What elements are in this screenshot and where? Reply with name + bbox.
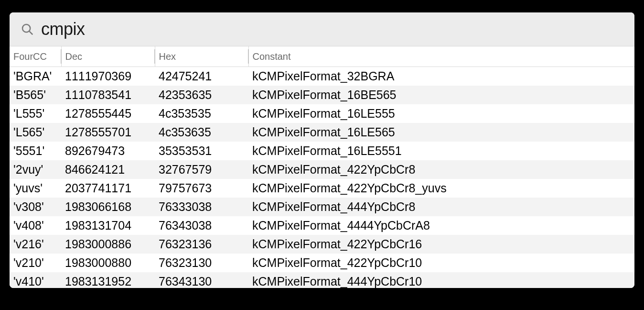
cell-hex: 42475241	[155, 67, 248, 86]
column-header-label: Dec	[65, 51, 83, 62]
table-row[interactable]: 'v410'198313195276343130kCMPixelFormat_4…	[10, 272, 634, 288]
column-header-hex[interactable]: Hex	[155, 46, 248, 67]
table-row[interactable]: 'B565'111078354142353635kCMPixelFormat_1…	[10, 86, 634, 104]
cell-dec: 1983131952	[61, 272, 155, 288]
table-row[interactable]: 'v210'198300088076323130kCMPixelFormat_4…	[10, 254, 634, 272]
cell-constant: kCMPixelFormat_16BE565	[248, 86, 634, 104]
svg-line-1	[29, 31, 32, 34]
cell-dec: 1983000886	[61, 235, 155, 254]
cell-dec: 1110783541	[61, 86, 155, 104]
cell-fourcc: 'B565'	[10, 86, 61, 104]
column-header-constant[interactable]: Constant	[248, 46, 634, 67]
cell-fourcc: 'L565'	[10, 123, 61, 142]
cell-fourcc: 'v216'	[10, 235, 61, 254]
table-header-row: FourCC Dec Hex Constant	[10, 46, 634, 67]
cell-constant: kCMPixelFormat_16LE5551	[248, 142, 634, 160]
cell-constant: kCMPixelFormat_16LE565	[248, 123, 634, 142]
results-table: FourCC Dec Hex Constant	[10, 46, 634, 288]
cell-hex: 76323130	[155, 254, 248, 272]
cell-constant: kCMPixelFormat_422YpCbCr8	[248, 160, 634, 179]
cell-dec: 892679473	[61, 142, 155, 160]
table-row[interactable]: 'BGRA'111197036942475241kCMPixelFormat_3…	[10, 67, 634, 86]
cell-fourcc: 'v410'	[10, 272, 61, 288]
cell-dec: 1983000880	[61, 254, 155, 272]
cell-fourcc: 'v210'	[10, 254, 61, 272]
search-icon	[20, 22, 34, 36]
svg-point-0	[22, 24, 30, 32]
cell-constant: kCMPixelFormat_32BGRA	[248, 67, 634, 86]
cell-dec: 1983066168	[61, 198, 155, 216]
table-row[interactable]: 'v408'198313170476343038kCMPixelFormat_4…	[10, 216, 634, 235]
column-header-fourcc[interactable]: FourCC	[10, 46, 61, 67]
table-row[interactable]: 'v308'198306616876333038kCMPixelFormat_4…	[10, 198, 634, 216]
cell-dec: 1111970369	[61, 67, 155, 86]
cell-hex: 42353635	[155, 86, 248, 104]
cell-dec: 1278555445	[61, 104, 155, 123]
table-row[interactable]: 'L565'12785557014c353635kCMPixelFormat_1…	[10, 123, 634, 142]
cell-fourcc: '5551'	[10, 142, 61, 160]
column-header-label: Hex	[159, 51, 176, 62]
search-bar	[10, 12, 634, 46]
window: FourCC Dec Hex Constant	[10, 12, 634, 288]
cell-constant: kCMPixelFormat_4444YpCbCrA8	[248, 216, 634, 235]
cell-dec: 2037741171	[61, 179, 155, 198]
table-row[interactable]: '2vuy'84662412132767579kCMPixelFormat_42…	[10, 160, 634, 179]
column-header-label: Constant	[253, 51, 291, 62]
cell-hex: 79757673	[155, 179, 248, 198]
cell-constant: kCMPixelFormat_422YpCbCr10	[248, 254, 634, 272]
cell-fourcc: 'v408'	[10, 216, 61, 235]
table-row[interactable]: '5551'89267947335353531kCMPixelFormat_16…	[10, 142, 634, 160]
cell-hex: 4c353535	[155, 104, 248, 123]
table-row[interactable]: 'v216'198300088676323136kCMPixelFormat_4…	[10, 235, 634, 254]
cell-fourcc: 'v308'	[10, 198, 61, 216]
cell-fourcc: '2vuy'	[10, 160, 61, 179]
column-header-label: FourCC	[13, 51, 47, 62]
cell-hex: 4c353635	[155, 123, 248, 142]
cell-constant: kCMPixelFormat_444YpCbCr10	[248, 272, 634, 288]
cell-constant: kCMPixelFormat_422YpCbCr16	[248, 235, 634, 254]
cell-hex: 76323136	[155, 235, 248, 254]
cell-hex: 76343038	[155, 216, 248, 235]
cell-hex: 35353531	[155, 142, 248, 160]
cell-dec: 1278555701	[61, 123, 155, 142]
cell-hex: 76343130	[155, 272, 248, 288]
cell-hex: 32767579	[155, 160, 248, 179]
cell-constant: kCMPixelFormat_16LE555	[248, 104, 634, 123]
cell-fourcc: 'L555'	[10, 104, 61, 123]
cell-hex: 76333038	[155, 198, 248, 216]
search-input[interactable]	[41, 19, 624, 39]
cell-fourcc: 'BGRA'	[10, 67, 61, 86]
cell-dec: 846624121	[61, 160, 155, 179]
column-header-dec[interactable]: Dec	[61, 46, 155, 67]
table-row[interactable]: 'L555'12785554454c353535kCMPixelFormat_1…	[10, 104, 634, 123]
cell-constant: kCMPixelFormat_444YpCbCr8	[248, 198, 634, 216]
cell-dec: 1983131704	[61, 216, 155, 235]
results-table-wrap: FourCC Dec Hex Constant	[10, 46, 634, 288]
table-row[interactable]: 'yuvs'203774117179757673kCMPixelFormat_4…	[10, 179, 634, 198]
cell-constant: kCMPixelFormat_422YpCbCr8_yuvs	[248, 179, 634, 198]
cell-fourcc: 'yuvs'	[10, 179, 61, 198]
